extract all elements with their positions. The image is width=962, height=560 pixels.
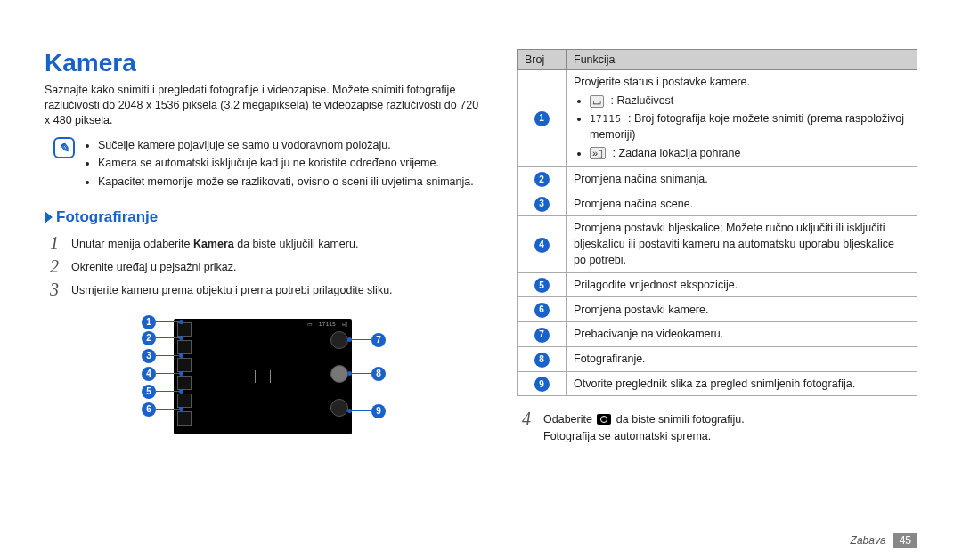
row-number-cell: 5	[518, 272, 567, 297]
row-number-cell: 7	[518, 322, 567, 347]
steps-list: 1Unutar menija odaberite Kamera da biste…	[50, 233, 481, 299]
row-main-text: Promjena načina scene.	[574, 198, 693, 210]
callout-2: 2	[142, 331, 183, 345]
row-number-cell: 3	[518, 191, 567, 216]
row-number-cell: 9	[518, 371, 567, 396]
storage-icon: »▯	[590, 147, 606, 159]
row-number-badge: 5	[534, 278, 550, 293]
camera-icon	[597, 414, 611, 425]
row-number-badge: 1	[534, 111, 550, 126]
note-item: Kamera se automatski isključuje kad ju n…	[98, 155, 474, 172]
th-function: Funkcija	[567, 50, 917, 70]
section-heading: Fotografiranje	[45, 208, 481, 226]
row-number-badge: 6	[534, 303, 550, 318]
step-number: 4	[522, 409, 534, 445]
row-number-cell: 4	[518, 216, 567, 272]
row-main-text: Promjena načina snimanja.	[574, 173, 708, 185]
callout-3: 3	[142, 349, 183, 363]
step: 1Unutar menija odaberite Kamera da biste…	[50, 233, 481, 253]
step-text: Odaberite da biste snimili fotografiju. …	[543, 409, 745, 445]
step-number: 2	[50, 256, 62, 276]
note-box: ✎ Sučelje kamere pojavljuje se samo u vo…	[53, 137, 481, 192]
table-row: 8Fotografiranje.	[518, 346, 917, 371]
table-row: 2Promjena načina snimanja.	[518, 166, 917, 191]
table-row: 5Prilagodite vrijednost ekspozicije.	[518, 272, 917, 297]
row-function-cell: Prilagodite vrijednost ekspozicije.	[567, 272, 917, 297]
intro-text: Saznajte kako snimiti i pregledati fotog…	[45, 83, 481, 128]
status-bar: ▭ 17115 »▯	[307, 321, 348, 327]
table-row: 7Prebacivanje na videokameru.	[518, 322, 917, 347]
chevron-right-icon	[45, 211, 53, 223]
row-main-text: Prilagodite vrijednost ekspozicije.	[574, 279, 738, 291]
row-main-text: Promjena postavki kamere.	[574, 304, 708, 316]
row-number-cell: 2	[518, 166, 567, 191]
row-number-badge: 9	[534, 377, 550, 392]
callout-4: 4	[142, 367, 183, 381]
row-subitem: ▭ : Razlučivost	[590, 93, 909, 109]
callout-9: 9	[347, 404, 386, 418]
callout-7: 7	[347, 333, 386, 347]
camera-diagram: ▭ 17115 »▯ 1 2 3 4 5 6 7 8 9	[138, 315, 387, 449]
row-number-badge: 3	[534, 197, 550, 212]
camera-screen: ▭ 17115 »▯	[174, 319, 352, 434]
row-number-cell: 8	[518, 346, 567, 371]
step-text: Unutar menija odaberite Kamera da biste …	[71, 233, 358, 253]
row-main-text: Otvorite preglednik slika za pregled sni…	[574, 377, 855, 390]
callout-6: 6	[142, 402, 183, 417]
table-row: 9Otvorite preglednik slika za pregled sn…	[518, 371, 917, 396]
row-subitem: »▯ : Zadana lokacija pohrane	[590, 145, 909, 161]
row-number-badge: 4	[534, 238, 550, 253]
section-heading-text: Fotografiranje	[56, 208, 158, 226]
row-number-cell: 6	[518, 297, 567, 322]
step-text: Usmjerite kameru prema objektu i prema p…	[71, 280, 393, 299]
row-sublist: ▭ : Razlučivost17115 : Broj fotografija …	[574, 93, 909, 161]
row-main-text: Promjena postavki bljeskalice; Možete ru…	[574, 222, 894, 266]
right-toolbar	[330, 331, 348, 417]
function-table: Broj Funkcija 1Provjerite status i posta…	[517, 49, 917, 396]
callout-5: 5	[142, 385, 183, 399]
table-row: 6Promjena postavki kamere.	[518, 297, 917, 322]
row-function-cell: Promjena postavki kamere.	[567, 297, 917, 322]
row-subitem: 17115 : Broj fotografija koje možete sni…	[590, 110, 909, 142]
resolution-icon: ▭	[590, 95, 604, 108]
step: 3Usmjerite kameru prema objektu i prema …	[50, 280, 481, 299]
row-number-badge: 8	[534, 353, 550, 368]
row-function-cell: Otvorite preglednik slika za pregled sni…	[567, 371, 917, 396]
callout-8: 8	[347, 367, 386, 381]
row-number-cell: 1	[518, 70, 567, 167]
row-function-cell: Promjena načina scene.	[567, 191, 917, 216]
footer-page-number: 45	[893, 533, 917, 548]
note-item: Sučelje kamere pojavljuje se samo u vodo…	[98, 137, 474, 154]
step-number: 1	[50, 233, 62, 253]
page-footer: Zabava 45	[851, 533, 917, 548]
row-function-cell: Promjena načina snimanja.	[567, 166, 917, 191]
row-function-cell: Promjena postavki bljeskalice; Možete ru…	[567, 216, 917, 272]
row-number-badge: 2	[534, 172, 550, 187]
row-function-cell: Fotografiranje.	[567, 346, 917, 371]
step-text: Okrenite uređaj u pejsažni prikaz.	[71, 256, 237, 276]
row-function-cell: Prebacivanje na videokameru.	[567, 322, 917, 347]
row-function-cell: Provjerite status i postavke kamere.▭ : …	[567, 70, 917, 167]
callout-1: 1	[142, 315, 183, 329]
page-title: Kamera	[45, 49, 481, 77]
footer-section: Zabava	[851, 534, 886, 547]
note-item: Kapacitet memorije može se razlikovati, …	[98, 174, 474, 191]
row-main-text: Fotografiranje.	[574, 353, 646, 365]
table-row: 1Provjerite status i postavke kamere.▭ :…	[518, 70, 917, 167]
step-4-block: 4 Odaberite da biste snimili fotografiju…	[522, 409, 917, 445]
step-number: 3	[50, 280, 62, 299]
table-row: 4Promjena postavki bljeskalice; Možete r…	[518, 216, 917, 272]
row-main-text: Provjerite status i postavke kamere.	[574, 76, 750, 88]
row-main-text: Prebacivanje na videokameru.	[574, 328, 723, 340]
note-list: Sučelje kamere pojavljuje se samo u vodo…	[84, 137, 474, 192]
note-icon: ✎	[53, 137, 75, 158]
row-number-badge: 7	[534, 328, 550, 343]
step: 2Okrenite uređaj u pejsažni prikaz.	[50, 256, 481, 276]
table-row: 3Promjena načina scene.	[518, 191, 917, 216]
focus-brackets	[255, 370, 271, 383]
counter-icon: 17115	[590, 112, 622, 126]
th-number: Broj	[518, 50, 567, 70]
